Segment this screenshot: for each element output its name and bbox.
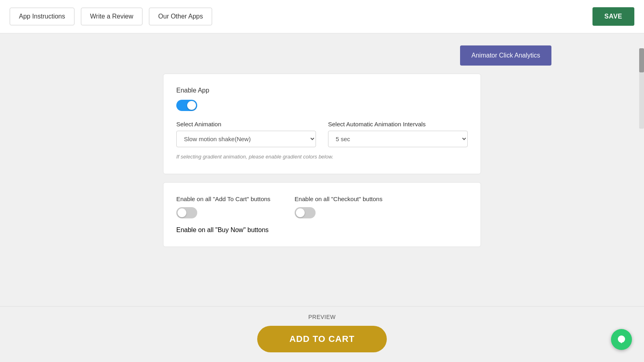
animation-select-group: Select Animation Slow motion shake(New) … [176,121,316,147]
buy-now-section: Enable on all "Buy Now" buttons [176,226,468,234]
write-review-button[interactable]: Write a Review [81,8,142,25]
animation-settings-card: Enable App Select Animation Slow motion … [163,74,481,174]
toggle-knob [187,101,196,110]
select-interval-label: Select Automatic Animation Intervals [328,121,468,128]
add-to-cart-toggle[interactable] [176,207,197,218]
scrollbar[interactable] [639,48,644,129]
button-toggles-row: Enable on all "Add To Cart" buttons Enab… [176,195,468,218]
add-to-cart-preview-button[interactable]: ADD TO CART [257,326,387,352]
select-interval-dropdown[interactable]: 1 sec 2 sec 3 sec 5 sec 10 sec [328,131,468,147]
save-button[interactable]: SAVE [592,7,634,26]
checkout-knob [296,208,305,217]
toggle-slider [176,100,197,111]
preview-section: PREVIEW ADD TO CART [0,306,644,362]
scrollbar-thumb[interactable] [639,48,644,72]
selects-row: Select Animation Slow motion shake(New) … [176,121,468,147]
add-to-cart-toggle-item: Enable on all "Add To Cart" buttons [176,195,270,218]
top-nav: App Instructions Write a Review Our Othe… [0,0,644,33]
checkout-slider [295,207,316,218]
checkout-toggle[interactable] [295,207,316,218]
checkout-toggle-label: Enable on all "Checkout" buttons [295,195,382,202]
chat-bubble-button[interactable] [611,329,632,350]
main-content: Animator Click Analytics Enable App Sele… [0,33,644,267]
our-other-apps-button[interactable]: Our Other Apps [149,8,212,25]
select-animation-dropdown[interactable]: Slow motion shake(New) Bounce Pulse Shak… [176,131,316,147]
checkout-toggle-item: Enable on all "Checkout" buttons [295,195,382,218]
app-instructions-button[interactable]: App Instructions [10,8,74,25]
gradient-hint: If selecting gradient animation, please … [176,153,468,161]
select-animation-label: Select Animation [176,121,316,128]
button-settings-card: Enable on all "Add To Cart" buttons Enab… [163,182,481,247]
preview-label: PREVIEW [308,314,336,320]
enable-app-label: Enable App [176,87,468,94]
add-to-cart-slider [176,207,197,218]
buy-now-label: Enable on all "Buy Now" buttons [176,226,268,233]
chat-icon [616,334,627,345]
analytics-btn-container: Animator Click Analytics [0,45,644,66]
add-to-cart-knob [178,208,186,217]
enable-app-toggle[interactable] [176,100,197,111]
interval-select-group: Select Automatic Animation Intervals 1 s… [328,121,468,147]
analytics-button[interactable]: Animator Click Analytics [460,45,551,66]
enable-app-toggle-wrapper [176,100,468,111]
add-to-cart-toggle-label: Enable on all "Add To Cart" buttons [176,195,270,202]
